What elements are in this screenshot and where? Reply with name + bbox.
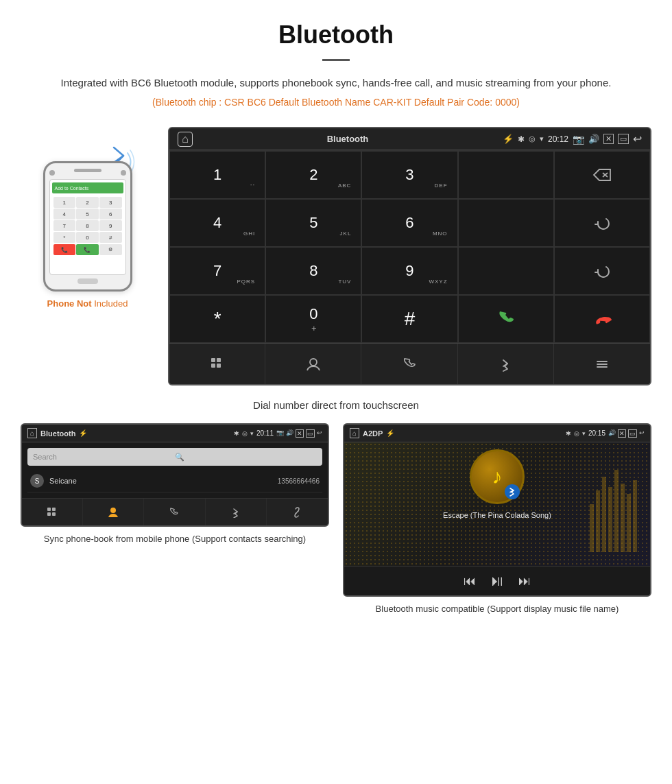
svg-rect-6 (217, 364, 221, 368)
prev-button[interactable]: ⏮ (464, 574, 476, 589)
dialpad-grid: 1 ∙∙ 2 ABC 3 DEF (169, 150, 650, 343)
dial-empty-1 (458, 151, 554, 199)
equalizer-bars (588, 449, 643, 538)
phonebook-body: Search 🔍 S Seicane 13566664466 (22, 442, 328, 498)
mini-signal-icon: ▾ (250, 430, 254, 437)
toolbar-phone-icon[interactable] (361, 344, 457, 384)
dial-refresh-1 (554, 199, 650, 247)
phone-home-button (77, 278, 98, 284)
dial-key-7[interactable]: 7 PQRS (169, 247, 265, 295)
camera-icon: 📷 (573, 134, 584, 145)
phone-side: Add to Contacts 123 456 789 *0# 📞 📞 ⚙ (21, 127, 154, 309)
dial-call-red-cell[interactable] (554, 295, 650, 343)
svg-rect-12 (47, 508, 51, 511)
music-song-title: Escape (The Pina Colada Song) (351, 511, 643, 519)
toolbar-grid-icon[interactable] (169, 344, 265, 384)
search-bar[interactable]: Search 🔍 (27, 448, 322, 466)
back-icon[interactable]: ↩ (633, 132, 642, 145)
music-loc-icon: ◎ (574, 430, 579, 437)
phonebook-statusbar-right: ✱ ◎ ▾ 20:11 📷🔊✕▭↩ (234, 429, 322, 438)
dial-empty-2 (458, 199, 554, 247)
svg-point-7 (310, 359, 317, 366)
header-description: Integrated with BC6 Bluetooth module, su… (41, 75, 631, 91)
dial-key-8[interactable]: 8 TUV (265, 247, 361, 295)
svg-rect-4 (217, 358, 221, 362)
volume-icon: 🔊 (588, 134, 599, 144)
music-icons-right: 🔊✕▭↩ (608, 429, 645, 438)
dialpad-screen-container: ⌂ Bluetooth ⚡ ✱ ◎ ▾ 20:12 📷 🔊 ✕ ▭ ↩ (168, 127, 651, 385)
music-title-label: A2DP (363, 429, 383, 438)
phonebook-toolbar (22, 498, 328, 525)
phonebook-statusbar-left: ⌂ Bluetooth ⚡ (27, 428, 87, 438)
phone-not-included-label: Phone Not Included (47, 298, 128, 309)
dial-key-3[interactable]: 3 DEF (361, 151, 457, 199)
toolbar-bluetooth-icon[interactable] (458, 344, 554, 384)
dial-key-hash[interactable]: # (361, 295, 457, 343)
contact-row: S Seicane 13566664466 (27, 470, 322, 492)
status-time: 20:12 (548, 134, 568, 144)
dial-call-green-cell[interactable] (458, 295, 554, 343)
contact-name: Seicane (49, 477, 278, 485)
contact-number: 13566664466 (278, 477, 320, 485)
play-pause-button[interactable]: ⏯ (490, 572, 505, 590)
page-title: Bluetooth (41, 21, 631, 49)
location-icon: ◎ (529, 134, 536, 143)
music-home-icon: ⌂ (350, 428, 359, 438)
music-screen: ⌂ A2DP ⚡ ✱ ◎ ▾ 20:15 🔊✕▭↩ (343, 423, 651, 597)
dial-key-1[interactable]: 1 ∙∙ (169, 151, 265, 199)
svg-rect-20 (596, 490, 600, 552)
dialpad-caption: Dial number direct from touchscreen (0, 392, 672, 423)
dial-key-5[interactable]: 5 JKL (265, 199, 361, 247)
dial-key-2[interactable]: 2 ABC (265, 151, 361, 199)
dialpad-toolbar (169, 343, 650, 384)
header-section: Bluetooth Integrated with BC6 Bluetooth … (0, 0, 672, 127)
dial-key-0[interactable]: 0+ (265, 295, 361, 343)
dial-key-6[interactable]: 6 MNO (361, 199, 457, 247)
music-controls: ⏮ ⏯ ⏭ (344, 566, 650, 595)
music-statusbar-left: ⌂ A2DP ⚡ (350, 428, 394, 438)
main-content-row: Add to Contacts 123 456 789 *0# 📞 📞 ⚙ (0, 127, 672, 385)
home-icon[interactable]: ⌂ (178, 132, 193, 147)
mini-phone-icon[interactable] (144, 499, 205, 525)
toolbar-settings-icon[interactable] (554, 344, 650, 384)
dial-backspace[interactable] (554, 151, 650, 199)
mini-grid-icon[interactable] (22, 499, 83, 525)
music-bt-icon: ✱ (566, 430, 571, 437)
next-button[interactable]: ⏭ (518, 574, 531, 589)
usb-icon: ⚡ (503, 134, 514, 144)
phone-screen: Add to Contacts 123 456 789 *0# 📞 📞 ⚙ (49, 179, 126, 275)
music-panel: ⌂ A2DP ⚡ ✱ ◎ ▾ 20:15 🔊✕▭↩ (343, 423, 651, 616)
toolbar-contacts-icon[interactable] (265, 344, 361, 384)
statusbar-right: ⚡ ✱ ◎ ▾ 20:12 📷 🔊 ✕ ▭ ↩ (503, 132, 642, 145)
android-dialpad-screen: ⌂ Bluetooth ⚡ ✱ ◎ ▾ 20:12 📷 🔊 ✕ ▭ ↩ (168, 127, 651, 385)
dial-key-9[interactable]: 9 WXYZ (361, 247, 457, 295)
music-time: 20:15 (588, 429, 605, 437)
music-caption: Bluetooth music compatible (Support disp… (376, 602, 619, 616)
dialpad-statusbar: ⌂ Bluetooth ⚡ ✱ ◎ ▾ 20:12 📷 🔊 ✕ ▭ ↩ (169, 128, 650, 150)
phonebook-caption: Sync phone-book from mobile phone (Suppo… (44, 532, 306, 546)
mini-bt-icon: ✱ (234, 430, 239, 437)
music-body: ♪ Escape (The Pina Colada Song) (344, 442, 650, 566)
statusbar-title: Bluetooth (327, 134, 369, 144)
phonebook-screen: ⌂ Bluetooth ⚡ ✱ ◎ ▾ 20:11 📷🔊✕▭↩ Searc (21, 423, 329, 527)
dial-empty-3 (458, 247, 554, 295)
header-specs: (Bluetooth chip : CSR BC6 Default Blueto… (41, 97, 631, 108)
dial-key-4[interactable]: 4 GHI (169, 199, 265, 247)
svg-rect-25 (627, 494, 631, 552)
mini-link-icon[interactable] (267, 499, 328, 525)
svg-rect-15 (52, 512, 56, 516)
mini-bluetooth-icon[interactable] (206, 499, 267, 525)
mini-home-icon: ⌂ (27, 428, 37, 438)
music-statusbar: ⌂ A2DP ⚡ ✱ ◎ ▾ 20:15 🔊✕▭↩ (344, 425, 650, 442)
music-album-art: ♪ (470, 449, 525, 504)
svg-rect-14 (47, 512, 51, 516)
svg-line-18 (296, 511, 298, 514)
close-icon: ✕ (603, 134, 614, 144)
svg-point-16 (110, 508, 116, 513)
mini-contacts-icon[interactable] (83, 499, 144, 525)
phonebook-panel: ⌂ Bluetooth ⚡ ✱ ◎ ▾ 20:11 📷🔊✕▭↩ Searc (21, 423, 329, 616)
music-note-icon: ♪ (492, 465, 503, 488)
svg-rect-5 (211, 364, 215, 368)
bluetooth-status-icon: ✱ (518, 134, 525, 144)
dial-key-star[interactable]: * (169, 295, 265, 343)
